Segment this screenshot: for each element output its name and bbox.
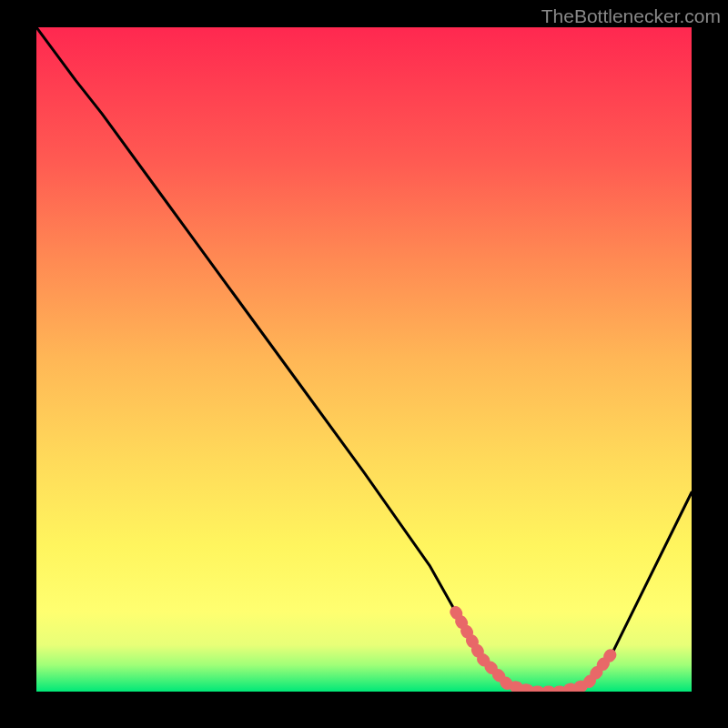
watermark-text: TheBottlenecker.com xyxy=(541,5,721,27)
chart-area xyxy=(36,27,692,692)
gradient-background xyxy=(36,27,692,692)
chart-svg xyxy=(36,27,692,692)
chart-container: TheBottlenecker.com xyxy=(0,0,728,728)
